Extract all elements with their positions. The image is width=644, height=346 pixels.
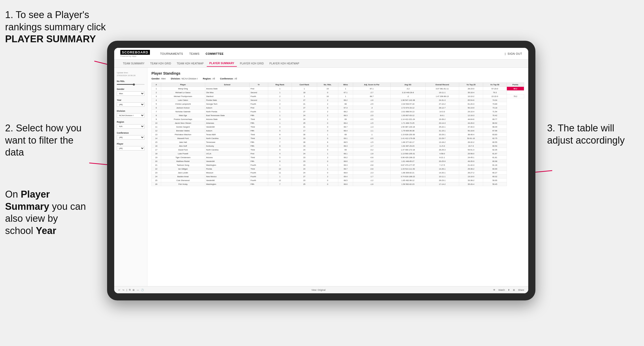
nav-item-tournaments[interactable]: TOURNAMENTS — [160, 51, 183, 56]
table-cell: 53-91-10 — [459, 136, 483, 140]
table-cell: -0.8 — [353, 163, 391, 167]
table-cell: -0.2 — [353, 148, 391, 152]
view-original-label[interactable]: View: Original — [311, 289, 325, 291]
table-cell: 11 — [152, 125, 161, 129]
table-cell: 68.92 — [483, 121, 507, 125]
col-rank[interactable]: # — [152, 83, 161, 87]
table-row: 13Phichaksn MaichonTexas A&MThird630169-… — [152, 133, 524, 136]
table-cell: 1.68 309-82-21 — [391, 171, 425, 175]
table-cell: 16 — [317, 94, 338, 98]
table-cell: 1 — [338, 87, 353, 91]
table-cell: 69.77 — [483, 117, 507, 121]
table-cell: 7 — [152, 110, 161, 114]
table-cell: 68.6 — [338, 171, 353, 175]
table-cell: 21 — [152, 163, 161, 167]
table-row: 24Bastien AmatNew MexicoFourth127269.4-1… — [152, 175, 524, 178]
nav-item-teams[interactable]: TEAMS — [189, 51, 199, 56]
undo-icon[interactable]: ↩ — [118, 289, 120, 291]
sidebar-player-label: Player — [117, 143, 145, 145]
export-icon[interactable]: ⬆ — [508, 289, 510, 291]
sidebar-player-select[interactable]: (All) — [117, 146, 145, 150]
table-cell: Fifth — [249, 159, 268, 163]
table-cell: 1 — [268, 87, 292, 91]
sub-nav-player-h2h-heatmap[interactable]: PLAYER H2H HEATMAP — [267, 61, 302, 66]
col-wins[interactable]: Wins — [338, 83, 353, 87]
nav-sign-out[interactable]: Sign out — [508, 51, 522, 56]
filter-region-label: Region: — [203, 77, 212, 80]
sub-nav-player-h2h-grid[interactable]: PLAYER H2H GRID — [237, 61, 266, 66]
table-cell: 22-29-7 — [425, 136, 459, 140]
filter-gender: Gender: Men — [151, 77, 166, 80]
clock-icon[interactable]: 🕐 — [141, 289, 144, 291]
table-cell: 4 — [268, 152, 292, 156]
table-cell: 1.41 412-179-28 — [391, 136, 425, 140]
table-cell: 14-3-3 — [425, 110, 459, 114]
table-cell: 60.69 — [483, 167, 507, 171]
copy-icon[interactable]: ⧉ — [129, 288, 131, 291]
col-adj-score[interactable]: Adj. Score to Par — [353, 83, 391, 87]
sidebar-region-label: Region — [117, 121, 145, 123]
table-cell: -1.2 — [353, 178, 391, 182]
table-cell: 68.7 — [353, 94, 391, 98]
col-points[interactable]: Points — [507, 83, 524, 87]
slider-track[interactable] — [117, 84, 145, 85]
table-cell: 11-5-3 — [425, 144, 459, 148]
sidebar-division-select[interactable]: NCAA Division I — [117, 113, 145, 118]
table-cell: Arizona State — [205, 87, 249, 91]
table-cell: 2 — [317, 114, 338, 117]
grid-icon[interactable]: ⊞ — [513, 289, 515, 291]
table-row: 25Cole SherwoodVanderbiltFourth1223068.5… — [152, 178, 524, 182]
table-cell: 1.15 628-150-30 — [391, 133, 425, 136]
instruction-step1-bold: PLAYER SUMMARY — [5, 34, 96, 44]
table-cell: 26-32-2 — [459, 140, 483, 144]
table-cell: East Tennessee State — [205, 114, 249, 117]
share-label[interactable]: Share — [518, 289, 524, 291]
table-row: 8Mats EgeEast Tennessee StateFifth124268… — [152, 114, 524, 117]
table-cell: 60.55 — [483, 140, 507, 144]
col-avg-sg[interactable]: Avg SG — [391, 83, 425, 87]
col-player[interactable]: Player — [161, 83, 205, 87]
table-cell: Third — [249, 117, 268, 121]
table-cell: Petr Hruby — [161, 182, 205, 186]
col-yr[interactable]: Yr — [249, 83, 268, 87]
redo-icon[interactable]: ↪ — [122, 289, 124, 291]
table-cell: 67.1 — [338, 91, 353, 94]
col-overall-record[interactable]: Overall Record — [425, 83, 459, 87]
table-row: 21Taehoon SongWashingtonFourth123169.3-0… — [152, 163, 524, 167]
col-conf-rank[interactable]: Conf Rank — [292, 83, 317, 87]
sidebar-year-select[interactable]: (All) — [117, 102, 145, 107]
table-cell: 14 — [152, 136, 161, 140]
table-cell: 68.1 — [338, 152, 353, 156]
col-vs-top25[interactable]: Vs Top 25 — [459, 83, 483, 87]
col-vs-top50[interactable]: Vs Top 50 — [483, 83, 507, 87]
sub-nav-team-h2h-heatmap[interactable]: TEAM H2H HEATMAP — [174, 61, 206, 66]
table-cell: Fourth — [249, 178, 268, 182]
table-cell: New Mexico — [205, 175, 249, 178]
table-cell: 19-7-3 — [459, 144, 483, 148]
table-row: 3Michael ThorbjornsenStanfordFourth22161… — [152, 94, 524, 98]
sub-nav-team-summary[interactable]: TEAM SUMMARY — [120, 61, 147, 66]
table-cell: Jackson Koivun — [161, 106, 205, 110]
sidebar-conference-select[interactable]: (All) — [117, 135, 145, 140]
paste-icon[interactable]: ⊞ — [133, 289, 135, 291]
sidebar-region-select[interactable]: N/A — [117, 124, 145, 129]
table-cell: Jacob Skov Olesen — [161, 121, 205, 125]
col-reg-rank[interactable]: Reg Rank — [268, 83, 292, 87]
sub-nav-team-h2h-grid[interactable]: TEAM H2H GRID — [148, 61, 174, 66]
table-cell: 20-25-9 — [425, 159, 459, 163]
col-school[interactable]: School — [205, 83, 249, 87]
table-cell: Third — [249, 136, 268, 140]
table-cell: 24 — [152, 175, 161, 178]
sidebar-gender-select[interactable]: Men — [117, 91, 145, 96]
col-no-rds[interactable]: No. Rds. — [317, 83, 338, 87]
table-row: 7Nicholas GabrieleNorth FloridaFourth127… — [152, 110, 524, 114]
table-cell: 61.16 — [483, 163, 507, 167]
table-cell: 2 — [292, 94, 317, 98]
table-cell: 1.47 208-96-13 — [425, 94, 459, 98]
sub-nav-player-summary[interactable]: PLAYER SUMMARY — [207, 60, 237, 67]
watch-label[interactable]: Watch — [498, 289, 505, 291]
table-cell: 18 — [152, 152, 161, 156]
table-cell: 0 — [317, 144, 338, 148]
table-row: 14Maxwell FordNorth CarolinaThird323069.… — [152, 136, 524, 140]
nav-item-committee[interactable]: COMMITTEE — [206, 51, 224, 56]
